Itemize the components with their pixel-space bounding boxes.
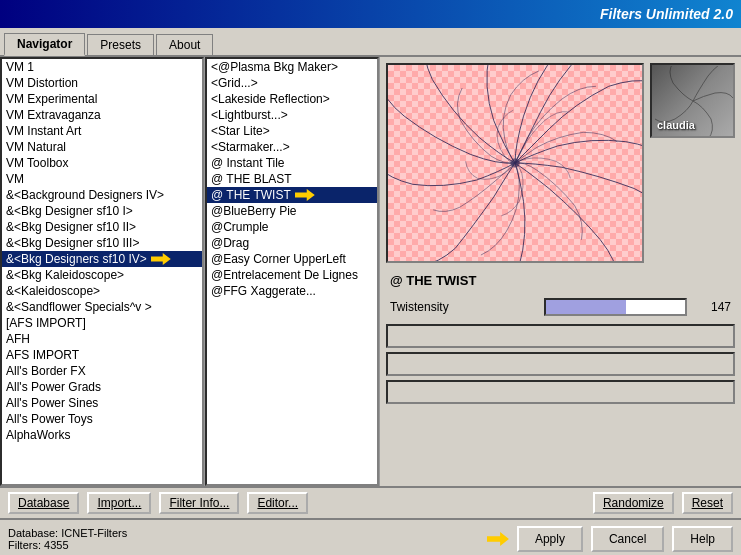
list-item[interactable]: VM Toolbox xyxy=(2,155,202,171)
blank-row xyxy=(386,380,735,404)
bottom-toolbar: Database Import... Filter Info... Editor… xyxy=(0,487,741,518)
filter-item[interactable]: @Drag xyxy=(207,235,377,251)
preview-image xyxy=(388,65,642,261)
list-item[interactable]: &<Bkg Designer sf10 I> xyxy=(2,203,202,219)
left-nav-panel: VM 1 VM Distortion VM Experimental VM Ex… xyxy=(0,57,205,486)
apply-arrow-icon xyxy=(487,532,509,546)
filter-info-button[interactable]: Filter Info... xyxy=(159,492,239,514)
list-item-selected[interactable]: &<Bkg Designers sf10 IV> xyxy=(2,251,202,267)
list-item[interactable]: VM Distortion xyxy=(2,75,202,91)
list-item[interactable]: &<Bkg Kaleidoscope> xyxy=(2,267,202,283)
blank-row xyxy=(386,324,735,348)
list-item[interactable]: VM Extravaganza xyxy=(2,107,202,123)
nav-list[interactable]: VM 1 VM Distortion VM Experimental VM Ex… xyxy=(0,57,204,486)
arrow-icon xyxy=(151,253,171,265)
reset-button[interactable]: Reset xyxy=(682,492,733,514)
side-previews: claudia xyxy=(650,63,735,263)
filter-item[interactable]: <Starmaker...> xyxy=(207,139,377,155)
list-item[interactable]: VM Instant Art xyxy=(2,123,202,139)
list-item[interactable]: All's Power Toys xyxy=(2,411,202,427)
filters-value: 4355 xyxy=(44,539,68,551)
main-panels: VM 1 VM Distortion VM Experimental VM Ex… xyxy=(0,57,741,487)
preview-section: claudia xyxy=(386,63,735,263)
database-status: Database: ICNET-Filters xyxy=(8,527,471,539)
list-item[interactable]: [AFS IMPORT] xyxy=(2,315,202,331)
param-slider[interactable] xyxy=(544,298,688,316)
list-item[interactable]: &<Background Designers IV> xyxy=(2,187,202,203)
import-button[interactable]: Import... xyxy=(87,492,151,514)
list-item[interactable]: &<Kaleidoscope> xyxy=(2,283,202,299)
help-button[interactable]: Help xyxy=(672,526,733,552)
mid-nav-panel: <@Plasma Bkg Maker> <Grid...> <Lakeside … xyxy=(205,57,380,486)
cancel-button[interactable]: Cancel xyxy=(591,526,664,552)
filters-status: Filters: 4355 xyxy=(8,539,471,551)
filter-item[interactable]: @FFG Xaggerate... xyxy=(207,283,377,299)
thumb-label: claudia xyxy=(657,119,695,131)
randomize-button[interactable]: Randomize xyxy=(593,492,674,514)
tab-bar: Navigator Presets About xyxy=(0,28,741,57)
right-section: claudia @ THE TWIST Twistensity 147 xyxy=(380,57,741,486)
list-item[interactable]: VM xyxy=(2,171,202,187)
list-item[interactable]: AlphaWorks xyxy=(2,427,202,443)
list-item[interactable]: All's Power Sines xyxy=(2,395,202,411)
title-bar: Filters Unlimited 2.0 xyxy=(0,0,741,28)
list-item[interactable]: VM Experimental xyxy=(2,91,202,107)
apply-button[interactable]: Apply xyxy=(517,526,583,552)
database-value: ICNET-Filters xyxy=(61,527,127,539)
list-item[interactable]: &<Sandflower Specials^v > xyxy=(2,299,202,315)
filters-label: Filters: xyxy=(8,539,44,551)
filter-item[interactable]: <Lakeside Reflection> xyxy=(207,91,377,107)
filter-title: @ THE TWIST xyxy=(386,271,735,290)
param-row: Twistensity 147 xyxy=(386,294,735,320)
filter-item[interactable]: <Lightburst...> xyxy=(207,107,377,123)
list-item[interactable]: AFH xyxy=(2,331,202,347)
filter-item[interactable]: <Grid...> xyxy=(207,75,377,91)
arrow-icon xyxy=(295,189,315,201)
action-buttons: Apply Cancel Help xyxy=(487,526,733,552)
filter-item[interactable]: @Easy Corner UpperLeft xyxy=(207,251,377,267)
main-preview xyxy=(386,63,644,263)
slider-fill xyxy=(546,300,627,314)
filter-item[interactable]: @BlueBerry Pie xyxy=(207,203,377,219)
list-item[interactable]: All's Border FX xyxy=(2,363,202,379)
param-value: 147 xyxy=(701,300,731,314)
tab-presets[interactable]: Presets xyxy=(87,34,154,55)
database-label: Database: xyxy=(8,527,61,539)
list-item[interactable]: &<Bkg Designer sf10 III> xyxy=(2,235,202,251)
tab-navigator[interactable]: Navigator xyxy=(4,33,85,56)
filter-item[interactable]: @ THE BLAST xyxy=(207,171,377,187)
list-item[interactable]: VM 1 xyxy=(2,59,202,75)
status-info: Database: ICNET-Filters Filters: 4355 xyxy=(8,527,471,551)
filter-item[interactable]: @ Instant Tile xyxy=(207,155,377,171)
filter-item[interactable]: @Crumple xyxy=(207,219,377,235)
database-button[interactable]: Database xyxy=(8,492,79,514)
thumb-preview: claudia xyxy=(650,63,735,138)
param-label: Twistensity xyxy=(390,300,530,314)
title-text: Filters Unlimited 2.0 xyxy=(600,6,733,22)
filter-list[interactable]: <@Plasma Bkg Maker> <Grid...> <Lakeside … xyxy=(205,57,379,486)
preview-info-spacer xyxy=(650,142,735,263)
list-item[interactable]: All's Power Grads xyxy=(2,379,202,395)
editor-button[interactable]: Editor... xyxy=(247,492,308,514)
status-bar: Database: ICNET-Filters Filters: 4355 Ap… xyxy=(0,518,741,555)
filter-item[interactable]: <Star Lite> xyxy=(207,123,377,139)
list-item[interactable]: VM Natural xyxy=(2,139,202,155)
filter-item-selected[interactable]: @ THE TWIST xyxy=(207,187,377,203)
blank-param-rows xyxy=(386,324,735,480)
filter-item[interactable]: <@Plasma Bkg Maker> xyxy=(207,59,377,75)
tab-about[interactable]: About xyxy=(156,34,213,55)
blank-row xyxy=(386,352,735,376)
filter-item[interactable]: @Entrelacement De Lignes xyxy=(207,267,377,283)
list-item[interactable]: AFS IMPORT xyxy=(2,347,202,363)
list-item[interactable]: &<Bkg Designer sf10 II> xyxy=(2,219,202,235)
